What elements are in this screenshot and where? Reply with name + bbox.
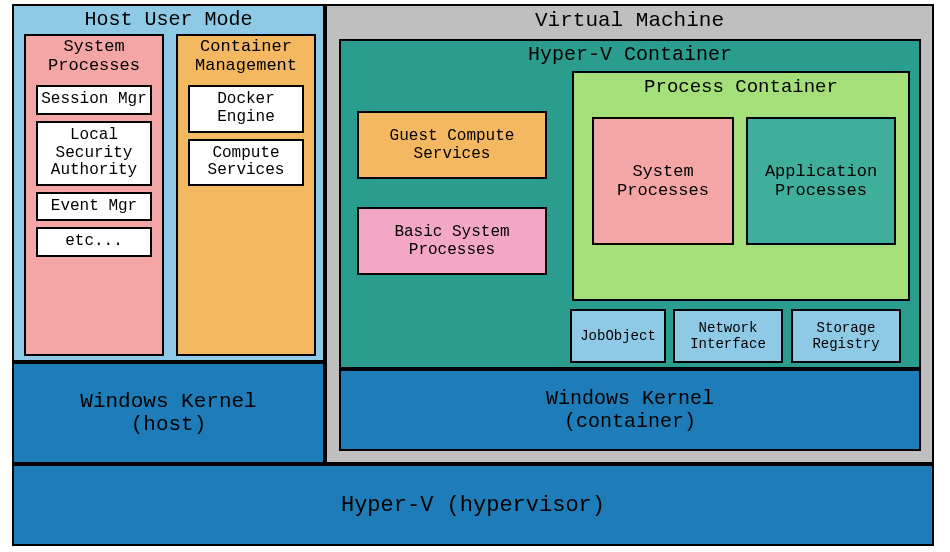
virtual-machine: Virtual Machine Hyper-V Container Guest … xyxy=(325,4,934,464)
windows-kernel-host-label: Windows Kernel(host) xyxy=(80,390,256,436)
application-processes-inner-label: Application Processes xyxy=(752,162,890,200)
basic-system-processes: Basic System Processes xyxy=(357,207,547,275)
job-object-label: JobObject xyxy=(580,328,656,344)
windows-kernel-container: Windows Kernel(container) xyxy=(339,369,921,451)
hyperv-container-title: Hyper-V Container xyxy=(341,41,919,66)
storage-registry-label: Storage Registry xyxy=(795,320,897,352)
network-interface-label: Network Interface xyxy=(677,320,779,352)
host-user-mode-title: Host User Mode xyxy=(14,6,323,31)
system-processes-inner: System Processes xyxy=(592,117,734,245)
process-container-title: Process Container xyxy=(574,73,908,98)
network-interface: Network Interface xyxy=(673,309,783,363)
system-processes-title: SystemProcesses xyxy=(26,36,162,79)
container-management-item: Compute Services xyxy=(188,139,304,186)
windows-kernel-container-label: Windows Kernel(container) xyxy=(546,387,714,433)
system-process-item: Event Mgr xyxy=(36,192,152,222)
hypervisor-label: Hyper-V (hypervisor) xyxy=(341,493,605,518)
container-management-panel: ContainerManagement Docker Engine Comput… xyxy=(176,34,316,356)
job-object: JobObject xyxy=(570,309,666,363)
process-container: Process Container System Processes Appli… xyxy=(572,71,910,301)
system-process-item: etc... xyxy=(36,227,152,257)
hypervisor-layer: Hyper-V (hypervisor) xyxy=(12,464,934,546)
container-management-item: Docker Engine xyxy=(188,85,304,132)
host-user-mode: Host User Mode SystemProcesses Session M… xyxy=(12,4,325,362)
system-process-item: Session Mgr xyxy=(36,85,152,115)
storage-registry: Storage Registry xyxy=(791,309,901,363)
virtual-machine-title: Virtual Machine xyxy=(327,6,932,32)
container-management-title: ContainerManagement xyxy=(178,36,314,79)
system-processes-panel: SystemProcesses Session Mgr Local Securi… xyxy=(24,34,164,356)
system-process-item: Local Security Authority xyxy=(36,121,152,186)
hyperv-left-column: Guest Compute Services Basic System Proc… xyxy=(357,111,547,275)
system-processes-inner-label: System Processes xyxy=(598,162,728,200)
guest-compute-services: Guest Compute Services xyxy=(357,111,547,179)
windows-kernel-host: Windows Kernel(host) xyxy=(12,362,325,464)
application-processes-inner: Application Processes xyxy=(746,117,896,245)
hyperv-container: Hyper-V Container Guest Compute Services… xyxy=(339,39,921,369)
